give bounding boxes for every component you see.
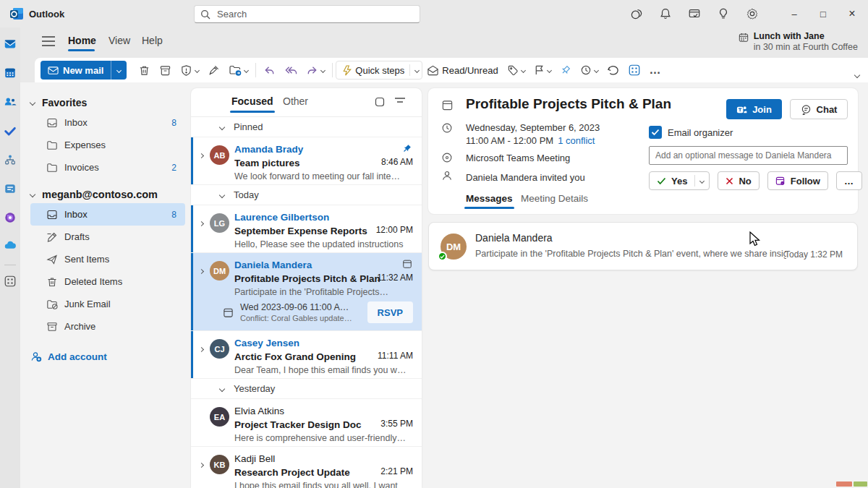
account-section-header[interactable]: meganb@contoso.com bbox=[30, 186, 191, 203]
undo-button[interactable] bbox=[603, 61, 624, 80]
tab-home[interactable]: Home bbox=[68, 35, 96, 46]
optional-message-input[interactable] bbox=[649, 146, 848, 165]
onedrive-icon[interactable] bbox=[4, 239, 17, 252]
expand-chevron-icon[interactable] bbox=[200, 263, 203, 276]
pin-button[interactable] bbox=[556, 61, 576, 80]
flag-dropdown-chevron[interactable] bbox=[547, 67, 552, 72]
tab-help[interactable]: Help bbox=[142, 35, 163, 46]
tab-focused[interactable]: Focused bbox=[231, 95, 273, 107]
close-button[interactable]: × bbox=[840, 4, 864, 24]
more-options-button[interactable]: … bbox=[645, 61, 666, 80]
quick-steps-button[interactable]: Quick steps bbox=[336, 61, 422, 80]
expand-chevron-icon[interactable] bbox=[200, 147, 203, 160]
message-subject: Arctic Fox Grand Opening bbox=[234, 350, 401, 364]
sweep-button[interactable] bbox=[203, 61, 224, 80]
message-sender: Amanda Brady bbox=[234, 142, 413, 156]
search-box[interactable] bbox=[194, 5, 420, 23]
reply-all-button[interactable] bbox=[280, 61, 302, 80]
follow-button[interactable]: Follow bbox=[767, 171, 828, 190]
conversation-message-card[interactable]: DM Daniela Mandera Participate in the 'P… bbox=[428, 222, 858, 270]
email-organizer-checkbox[interactable]: Email organizer bbox=[649, 126, 733, 139]
new-mail-button[interactable]: New mail bbox=[41, 61, 127, 80]
select-messages-icon[interactable] bbox=[374, 96, 386, 108]
favorite-invoices[interactable]: Invoices 2 bbox=[30, 156, 185, 179]
categorize-tag-button[interactable] bbox=[503, 61, 529, 80]
forward-dropdown-chevron[interactable] bbox=[320, 67, 326, 72]
snooze-button[interactable] bbox=[576, 61, 603, 80]
people-icon[interactable] bbox=[4, 95, 17, 108]
message-row-casey-jensen[interactable]: CJ Casey Jensen Arctic Fox Grand Opening… bbox=[191, 331, 422, 379]
collapse-ribbon-chevron[interactable] bbox=[855, 67, 859, 80]
folder-archive[interactable]: Archive bbox=[30, 315, 185, 338]
org-explorer-icon[interactable] bbox=[4, 153, 17, 166]
apps-button[interactable] bbox=[624, 61, 645, 80]
folder-inbox[interactable]: Inbox 8 bbox=[30, 203, 185, 226]
minimize-button[interactable]: – bbox=[782, 4, 807, 24]
notes-card-icon[interactable] bbox=[4, 182, 17, 195]
maximize-button[interactable]: □ bbox=[811, 4, 835, 24]
expand-chevron-icon[interactable] bbox=[200, 215, 203, 228]
favorite-inbox[interactable]: Inbox 8 bbox=[30, 111, 185, 134]
mail-icon[interactable] bbox=[4, 38, 17, 51]
group-header-pinned[interactable]: Pinned bbox=[191, 117, 422, 137]
tab-other[interactable]: Other bbox=[283, 95, 308, 107]
tab-meeting-details[interactable]: Meeting Details bbox=[521, 193, 588, 204]
rsvp-no-button[interactable]: No bbox=[718, 171, 759, 190]
new-mail-dropdown[interactable] bbox=[111, 61, 127, 80]
report-dropdown-chevron[interactable] bbox=[195, 67, 200, 72]
rsvp-button[interactable]: RSVP bbox=[367, 301, 413, 323]
tab-view[interactable]: View bbox=[109, 35, 130, 46]
join-button[interactable]: Join bbox=[726, 99, 782, 119]
hamburger-menu-icon[interactable] bbox=[42, 36, 55, 46]
conflict-link[interactable]: 1 conflict bbox=[558, 135, 595, 146]
message-row-elvia-atkins[interactable]: EA Elvia Atkins Project Tracker Design D… bbox=[191, 399, 422, 447]
folder-sent-items[interactable]: Sent Items bbox=[30, 248, 185, 270]
archive-button[interactable] bbox=[155, 61, 176, 80]
calendar-icon[interactable] bbox=[4, 67, 17, 80]
delete-button[interactable] bbox=[134, 61, 155, 80]
expand-chevron-icon[interactable] bbox=[200, 341, 203, 354]
reply-button[interactable] bbox=[259, 61, 280, 80]
rsvp-more-button[interactable]: … bbox=[836, 171, 862, 190]
feedback-icon[interactable] bbox=[684, 6, 705, 22]
report-button[interactable] bbox=[176, 61, 203, 80]
move-to-button[interactable] bbox=[224, 61, 252, 80]
settings-gear-icon[interactable] bbox=[741, 6, 763, 22]
expand-chevron-icon[interactable] bbox=[200, 457, 203, 470]
message-row-kadji-bell[interactable]: KB Kadji Bell Research Project Update I … bbox=[191, 447, 422, 488]
categorize-dropdown-chevron[interactable] bbox=[521, 67, 526, 72]
group-header-today[interactable]: Today bbox=[191, 185, 422, 205]
forward-button[interactable] bbox=[302, 61, 329, 80]
folder-drafts[interactable]: Drafts bbox=[30, 226, 185, 248]
meet-now-icon[interactable] bbox=[626, 6, 647, 22]
flag-button[interactable] bbox=[529, 61, 556, 80]
message-row-daniela-mandera-selected[interactable]: DM Daniela Mandera Profitable Projects P… bbox=[191, 253, 422, 331]
message-row-amanda-brady[interactable]: AB Amanda Brady Team pictures We look fo… bbox=[191, 137, 422, 185]
quick-steps-dropdown-chevron[interactable] bbox=[414, 67, 420, 72]
loop-icon[interactable] bbox=[4, 211, 17, 224]
notifications-bell-icon[interactable] bbox=[655, 6, 676, 22]
tab-messages[interactable]: Messages bbox=[466, 193, 513, 204]
filter-icon[interactable] bbox=[394, 96, 406, 106]
folder-deleted-items[interactable]: Deleted Items bbox=[30, 270, 185, 293]
event-reminder[interactable]: Lunch with Jane in 30 min at Fourth Coff… bbox=[739, 31, 858, 52]
more-apps-icon[interactable] bbox=[4, 275, 17, 288]
snooze-dropdown-chevron[interactable] bbox=[594, 67, 599, 72]
yes-dropdown-chevron[interactable] bbox=[695, 179, 709, 183]
favorites-section-header[interactable]: Favorites bbox=[30, 94, 191, 111]
message-time: Today 1:32 PM bbox=[785, 249, 843, 260]
tips-lightbulb-icon[interactable] bbox=[712, 6, 734, 22]
todo-icon[interactable] bbox=[4, 124, 17, 137]
group-header-yesterday[interactable]: Yesterday bbox=[191, 379, 422, 399]
read-unread-button[interactable]: Read/Unread bbox=[422, 61, 502, 80]
search-input[interactable] bbox=[216, 8, 414, 20]
chat-button[interactable]: Chat bbox=[790, 99, 848, 119]
outlook-window: Outlook – □ × bbox=[0, 0, 868, 488]
message-row-laurence-gilbertson[interactable]: LG Laurence Gilbertson September Expense… bbox=[191, 205, 422, 253]
checkbox-checked-icon[interactable] bbox=[649, 126, 662, 139]
rsvp-yes-button[interactable]: Yes bbox=[649, 171, 710, 190]
move-to-dropdown-chevron[interactable] bbox=[244, 67, 249, 72]
add-account-button[interactable]: Add account bbox=[30, 348, 191, 365]
favorite-expenses[interactable]: Expenses bbox=[30, 134, 185, 156]
folder-junk-email[interactable]: Junk Email bbox=[30, 293, 185, 315]
